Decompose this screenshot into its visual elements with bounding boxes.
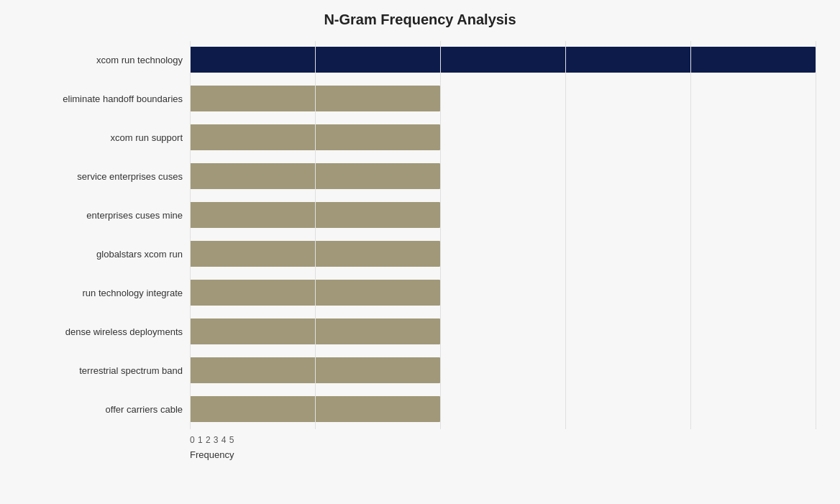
- bar-fill: [190, 396, 440, 422]
- grid-line: [816, 41, 816, 429]
- bar-row: service enterprises cuses: [24, 157, 816, 195]
- bar-fill: [190, 124, 440, 150]
- x-ticks: 012345 Frequency: [190, 434, 234, 460]
- bar-row: enterprises cuses mine: [24, 196, 816, 234]
- bar-fill: [190, 357, 440, 383]
- x-axis-title: Frequency: [190, 449, 234, 460]
- bar-label: globalstars xcom run: [24, 249, 190, 260]
- x-tick-label: 2: [206, 435, 211, 445]
- bar-container: [190, 202, 816, 228]
- chart-title: N-Gram Frequency Analysis: [324, 12, 516, 28]
- bar-fill: [190, 319, 440, 344]
- bar-row: eliminate handoff boundaries: [24, 80, 816, 117]
- bar-fill: [190, 86, 440, 111]
- bar-label: enterprises cuses mine: [24, 210, 190, 221]
- bar-container: [190, 241, 816, 267]
- bar-container: [190, 280, 816, 306]
- bar-label: offer carriers cable: [24, 404, 190, 415]
- x-tick-label: 3: [214, 435, 219, 445]
- bar-row: run technology integrate: [24, 274, 816, 311]
- bar-container: [190, 357, 816, 383]
- bar-container: [190, 163, 816, 189]
- chart-area: xcom run technologyeliminate handoff bou…: [24, 41, 816, 460]
- bar-row: globalstars xcom run: [24, 235, 816, 272]
- bar-fill: [190, 163, 440, 189]
- bar-row: xcom run technology: [24, 41, 816, 78]
- bar-label: eliminate handoff boundaries: [24, 93, 190, 104]
- bar-rows-wrapper: xcom run technologyeliminate handoff bou…: [24, 41, 816, 429]
- bar-fill: [190, 47, 816, 73]
- bar-row: xcom run support: [24, 119, 816, 156]
- bar-fill: [190, 202, 440, 228]
- x-tick-label: 4: [222, 435, 227, 445]
- x-tick-label: 1: [198, 435, 203, 445]
- bar-label: run technology integrate: [24, 288, 190, 298]
- x-axis-area: 012345 Frequency: [24, 434, 816, 460]
- bar-fill: [190, 280, 440, 306]
- x-tick-label: 5: [229, 435, 234, 445]
- bar-container: [190, 319, 816, 344]
- bar-container: [190, 124, 816, 150]
- x-tick-labels: 012345: [190, 434, 234, 446]
- x-axis-spacer: [24, 434, 190, 460]
- bar-row: offer carriers cable: [24, 390, 816, 428]
- x-tick-label: 0: [190, 435, 195, 445]
- bar-label: terrestrial spectrum band: [24, 365, 190, 376]
- bar-row: terrestrial spectrum band: [24, 352, 816, 389]
- bar-label: xcom run technology: [24, 55, 190, 65]
- bar-container: [190, 86, 816, 111]
- bar-container: [190, 396, 816, 422]
- bar-label: dense wireless deployments: [24, 326, 190, 337]
- bar-label: xcom run support: [24, 132, 190, 143]
- bar-label: service enterprises cuses: [24, 171, 190, 182]
- bar-row: dense wireless deployments: [24, 313, 816, 350]
- bar-container: [190, 47, 816, 73]
- bar-fill: [190, 241, 440, 267]
